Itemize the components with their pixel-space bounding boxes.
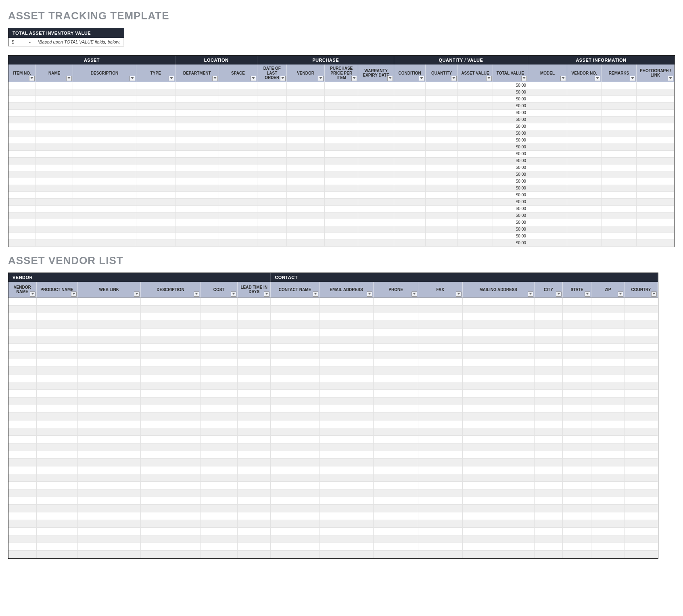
table-cell[interactable] [140, 459, 200, 466]
table-cell[interactable] [534, 535, 563, 543]
table-cell[interactable] [358, 212, 394, 219]
table-cell[interactable] [8, 474, 36, 482]
table-cell[interactable] [374, 505, 418, 512]
table-cell[interactable] [238, 321, 271, 329]
table-cell[interactable] [175, 130, 219, 137]
table-cell[interactable] [36, 382, 77, 390]
table-cell[interactable] [534, 543, 563, 551]
table-cell[interactable] [8, 382, 36, 390]
table-cell[interactable] [175, 233, 219, 239]
table-cell[interactable] [8, 436, 36, 443]
table-cell[interactable] [625, 359, 658, 367]
table-cell[interactable] [458, 198, 493, 205]
table-cell[interactable] [271, 420, 319, 428]
table-cell[interactable] [462, 336, 534, 344]
table-cell[interactable] [637, 226, 675, 233]
summary-total-cell[interactable]: $ - [8, 38, 34, 46]
table-cell[interactable] [175, 96, 219, 102]
table-cell[interactable] [602, 191, 637, 198]
table-cell[interactable] [8, 198, 36, 205]
table-cell[interactable] [374, 459, 418, 466]
table-cell[interactable] [625, 535, 658, 543]
table-cell[interactable] [418, 336, 462, 344]
table-cell[interactable] [625, 512, 658, 520]
table-cell[interactable] [136, 198, 175, 205]
table-cell[interactable] [319, 382, 374, 390]
table-cell[interactable] [591, 497, 625, 505]
table-cell[interactable] [219, 150, 257, 157]
table-cell[interactable] [567, 226, 602, 233]
table-cell[interactable] [77, 482, 140, 489]
table-cell[interactable] [36, 443, 77, 451]
table-cell[interactable] [602, 233, 637, 239]
table-cell[interactable] [77, 543, 140, 551]
table-cell[interactable] [8, 191, 36, 198]
table-cell[interactable] [563, 512, 591, 520]
table-cell[interactable] [257, 150, 287, 157]
table-cell[interactable] [200, 298, 237, 306]
table-cell[interactable] [175, 89, 219, 96]
table-cell[interactable] [625, 551, 658, 558]
table-cell[interactable] [563, 382, 591, 390]
table-cell[interactable] [358, 205, 394, 212]
table-cell[interactable] [458, 82, 493, 89]
table-cell[interactable] [358, 96, 394, 102]
asset-col-header[interactable]: CONDITION [394, 65, 426, 82]
table-cell[interactable] [625, 397, 658, 405]
table-cell[interactable] [374, 329, 418, 336]
filter-dropdown-icon[interactable] [651, 291, 657, 297]
table-cell[interactable] [637, 144, 675, 150]
table-cell[interactable] [602, 130, 637, 137]
table-cell[interactable] [36, 497, 77, 505]
table-cell[interactable] [238, 505, 271, 512]
table-cell[interactable] [200, 428, 237, 436]
table-cell[interactable] [374, 482, 418, 489]
table-cell[interactable] [8, 306, 36, 313]
table-cell[interactable] [200, 413, 237, 420]
table-cell[interactable] [77, 497, 140, 505]
vendor-col-header[interactable]: LEAD TIME IN DAYS [238, 282, 271, 298]
table-cell[interactable] [374, 413, 418, 420]
table-cell[interactable] [287, 123, 325, 130]
filter-dropdown-icon[interactable] [560, 76, 566, 81]
table-cell[interactable] [36, 321, 77, 329]
table-cell[interactable] [36, 157, 73, 164]
table-cell[interactable] [36, 344, 77, 352]
table-cell[interactable] [528, 233, 567, 239]
table-cell[interactable]: $0.00 [493, 82, 528, 89]
table-cell[interactable] [358, 109, 394, 116]
table-cell[interactable] [287, 116, 325, 123]
table-cell[interactable] [418, 405, 462, 413]
table-cell[interactable] [426, 239, 458, 246]
table-cell[interactable] [426, 233, 458, 239]
table-cell[interactable] [36, 191, 73, 198]
table-cell[interactable] [140, 505, 200, 512]
table-cell[interactable] [591, 397, 625, 405]
table-cell[interactable] [271, 336, 319, 344]
table-cell[interactable] [73, 205, 136, 212]
table-cell[interactable] [319, 306, 374, 313]
table-cell[interactable] [36, 96, 73, 102]
table-cell[interactable] [567, 178, 602, 185]
table-cell[interactable] [374, 420, 418, 428]
table-cell[interactable] [534, 367, 563, 375]
table-cell[interactable] [418, 497, 462, 505]
table-cell[interactable] [426, 157, 458, 164]
table-cell[interactable] [394, 157, 426, 164]
table-cell[interactable] [73, 137, 136, 144]
table-cell[interactable] [325, 96, 358, 102]
table-cell[interactable] [238, 367, 271, 375]
table-cell[interactable] [528, 137, 567, 144]
table-cell[interactable] [271, 413, 319, 420]
table-cell[interactable] [200, 344, 237, 352]
table-cell[interactable] [418, 535, 462, 543]
table-cell[interactable] [528, 96, 567, 102]
table-cell[interactable] [567, 205, 602, 212]
table-cell[interactable] [77, 405, 140, 413]
table-cell[interactable] [567, 239, 602, 246]
table-cell[interactable] [458, 185, 493, 191]
table-cell[interactable] [200, 459, 237, 466]
table-cell[interactable] [534, 512, 563, 520]
filter-dropdown-icon[interactable] [367, 291, 372, 297]
table-cell[interactable] [175, 123, 219, 130]
